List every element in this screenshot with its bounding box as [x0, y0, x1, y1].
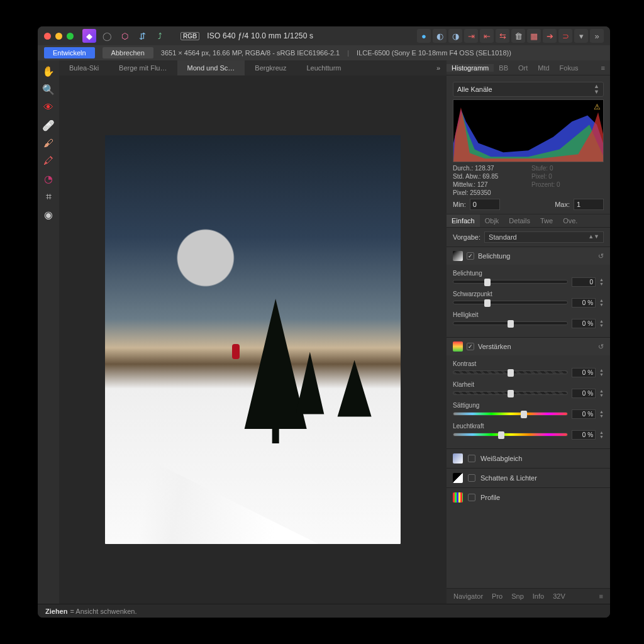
- enhance-thumb-2[interactable]: [521, 411, 527, 418]
- split-icon[interactable]: ◐: [433, 29, 447, 43]
- window-controls: [44, 33, 74, 40]
- exposure-thumb-2[interactable]: [508, 320, 514, 328]
- enhance-track-0[interactable]: [453, 370, 568, 374]
- enhance-checkbox[interactable]: ✓: [467, 343, 474, 350]
- canvas[interactable]: [59, 75, 447, 604]
- enhance-thumb-3[interactable]: [498, 431, 504, 439]
- enhance-header[interactable]: ✓ Verstärken ↺: [447, 337, 610, 355]
- brush-tool-icon[interactable]: 🖌: [43, 138, 53, 149]
- heal-tool-icon[interactable]: 🩹: [42, 119, 55, 131]
- trash-icon[interactable]: 🗑: [511, 29, 525, 43]
- panel-menu-icon[interactable]: ≡: [596, 64, 610, 72]
- enhance-stepper-1[interactable]: ▲▼: [599, 389, 604, 397]
- subtab-einfach[interactable]: Einfach: [447, 214, 480, 227]
- collapsed-checkbox-2[interactable]: [468, 494, 475, 501]
- enhance-reset-icon[interactable]: ↺: [598, 343, 604, 351]
- btab-navigator[interactable]: Navigator: [449, 591, 487, 601]
- subtab-twe[interactable]: Twe: [535, 214, 558, 227]
- exposure-header[interactable]: ✓ Belichtung ↺: [447, 247, 610, 265]
- develop-button[interactable]: Entwickeln: [44, 47, 95, 58]
- sync-in-icon[interactable]: ⇥: [464, 29, 478, 43]
- channel-select[interactable]: Alle Kanäle ▲▼: [453, 82, 604, 97]
- doc-tab-4[interactable]: Leuchtturm: [296, 60, 351, 75]
- persona-icon[interactable]: ◆: [82, 29, 96, 43]
- max-input[interactable]: [574, 199, 604, 210]
- doc-tab-0[interactable]: Bulea-Ski: [59, 60, 109, 75]
- enhance-track-1[interactable]: [453, 391, 568, 395]
- subtab-ove[interactable]: Ove.: [558, 214, 582, 227]
- subtab-objk[interactable]: Objk: [480, 214, 504, 227]
- exposure-track-2[interactable]: [453, 321, 568, 325]
- subtab-details[interactable]: Details: [504, 214, 535, 227]
- crop-tool-icon[interactable]: ⌗: [46, 191, 52, 203]
- preset-select[interactable]: Standard▲▼: [484, 231, 604, 243]
- btab-pro[interactable]: Pro: [487, 591, 507, 601]
- enhance-stepper-3[interactable]: ▲▼: [599, 430, 604, 439]
- redeye-tool-icon[interactable]: 👁: [43, 102, 53, 113]
- circle-tool-icon[interactable]: ◯: [100, 29, 114, 43]
- enhance-stepper-2[interactable]: ▲▼: [599, 409, 604, 418]
- collapsed-checkbox-0[interactable]: [468, 455, 475, 462]
- overflow-icon[interactable]: »: [590, 29, 604, 43]
- gradient-tool-icon[interactable]: ◔: [44, 173, 53, 185]
- panel-tab-fokus[interactable]: Fokus: [555, 64, 584, 72]
- softproof-icon[interactable]: ●: [417, 29, 431, 43]
- enhance-value-2[interactable]: 0 %: [572, 409, 596, 419]
- exposure-value-2[interactable]: 0 %: [572, 319, 596, 328]
- cancel-button[interactable]: Abbrechen: [103, 47, 153, 58]
- exposure-thumb-0[interactable]: [484, 279, 491, 286]
- before-after-icon[interactable]: ◑: [448, 29, 462, 43]
- panel-tab-mtd[interactable]: Mtd: [533, 64, 554, 72]
- hand-tool-icon[interactable]: ✋: [42, 65, 55, 77]
- grid-icon[interactable]: ▦: [527, 29, 541, 43]
- exposure-reset-icon[interactable]: ↺: [598, 252, 604, 260]
- snap-icon[interactable]: ➔: [543, 29, 557, 43]
- exposure-stepper-1[interactable]: ▲▼: [599, 298, 604, 307]
- exposure-checkbox[interactable]: ✓: [467, 252, 474, 260]
- exposure-thumb-1[interactable]: [484, 299, 491, 307]
- min-input[interactable]: [470, 199, 500, 210]
- enhance-value-0[interactable]: 0 %: [572, 368, 596, 377]
- exposure-track-0[interactable]: [453, 280, 568, 284]
- collapsed-checkbox-1[interactable]: [468, 474, 475, 482]
- enhance-stepper-0[interactable]: ▲▼: [599, 368, 604, 377]
- exposure-value-0[interactable]: 0: [572, 277, 596, 287]
- collapsed-2[interactable]: Profile: [447, 487, 610, 507]
- btab-snp[interactable]: Snp: [507, 591, 528, 601]
- btab-32v[interactable]: 32V: [548, 591, 570, 601]
- doc-tab-2[interactable]: Mond und Sc…: [177, 60, 245, 75]
- magnet-icon[interactable]: ⊃: [558, 29, 572, 43]
- hex-icon[interactable]: ⬡: [118, 29, 131, 43]
- doc-tab-3[interactable]: Bergkreuz: [245, 60, 296, 75]
- collapsed-0[interactable]: Weißabgleich: [447, 448, 610, 468]
- zoom-tool-icon[interactable]: 🔍: [42, 84, 55, 96]
- doc-tab-1[interactable]: Berge mit Flu…: [109, 60, 177, 75]
- enhance-thumb-0[interactable]: [508, 369, 514, 377]
- exposure-track-1[interactable]: [453, 301, 568, 304]
- enhance-value-3[interactable]: 0 %: [572, 430, 596, 440]
- disc-tool-icon[interactable]: ◉: [44, 209, 53, 221]
- bottom-menu-icon[interactable]: ≡: [595, 591, 608, 601]
- panel-tab-ort[interactable]: Ort: [513, 64, 533, 72]
- zoom-icon[interactable]: [67, 33, 74, 40]
- dropdown-icon[interactable]: ▾: [574, 29, 588, 43]
- exposure-stepper-2[interactable]: ▲▼: [599, 319, 604, 328]
- share-icon[interactable]: ⤴: [153, 29, 167, 43]
- sync-both-icon[interactable]: ⇆: [496, 29, 509, 43]
- btab-info[interactable]: Info: [528, 591, 548, 601]
- overlay-brush-icon[interactable]: 🖍: [43, 155, 53, 167]
- exposure-value-1[interactable]: 0 %: [572, 298, 596, 308]
- enhance-track-2[interactable]: [453, 412, 568, 416]
- enhance-track-3[interactable]: [453, 433, 568, 436]
- close-icon[interactable]: [44, 33, 51, 40]
- exposure-stepper-0[interactable]: ▲▼: [599, 277, 604, 286]
- enhance-thumb-1[interactable]: [508, 390, 514, 397]
- sync-out-icon[interactable]: ⇤: [480, 29, 494, 43]
- doc-tabs-overflow-icon[interactable]: »: [430, 64, 447, 72]
- collapsed-1[interactable]: Schatten & Lichter: [447, 468, 610, 487]
- mirror-icon[interactable]: ⇵: [135, 29, 149, 43]
- enhance-value-1[interactable]: 0 %: [572, 389, 596, 398]
- minimize-icon[interactable]: [55, 33, 62, 40]
- panel-tab-bb[interactable]: BB: [494, 64, 513, 72]
- panel-tab-histogram[interactable]: Histogramm: [447, 64, 494, 72]
